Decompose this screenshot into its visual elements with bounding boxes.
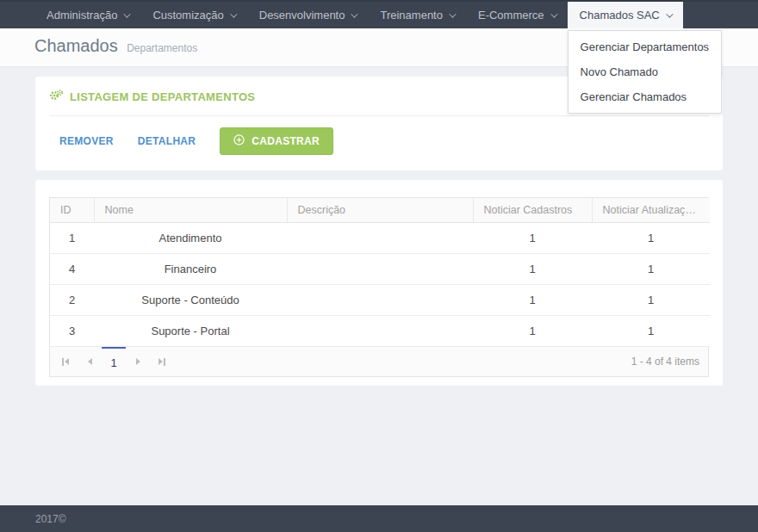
cell-noticiar-atualizacoes: 1 xyxy=(592,223,710,254)
chevron-down-icon xyxy=(230,10,237,17)
grid-card: ID Nome Descrição Noticiar Cadastros Not… xyxy=(35,180,723,386)
cell-noticiar-atualizacoes: 1 xyxy=(592,316,710,347)
pager-next-button[interactable] xyxy=(126,347,150,376)
cell-noticiar-cadastros: 1 xyxy=(473,316,592,347)
nav-item-treinamento[interactable]: Treinamento xyxy=(368,2,466,28)
column-header-noticiar-cadastros[interactable]: Noticiar Cadastros xyxy=(473,198,592,223)
chevron-down-icon xyxy=(124,10,131,17)
copyright-text: 2017© xyxy=(35,513,66,525)
table-row[interactable]: 1 Atendimento 1 1 xyxy=(50,223,710,254)
footer: 2017© xyxy=(0,505,758,532)
top-navbar: Administração Customização Desenvolvimen… xyxy=(0,0,758,28)
pager-previous-button[interactable] xyxy=(78,347,102,376)
cell-nome: Suporte - Portal xyxy=(94,316,287,347)
nav-item-label: Administração xyxy=(47,9,117,22)
cell-noticiar-atualizacoes: 1 xyxy=(592,254,710,285)
pager-first-button[interactable] xyxy=(53,347,78,376)
column-header-descricao[interactable]: Descrição xyxy=(287,198,473,223)
toolbar: REMOVER DETALHAR CADASTRAR xyxy=(49,116,709,164)
chamados-sac-dropdown: Gerenciar Departamentos Novo Chamado Ger… xyxy=(568,30,723,114)
pager-page-1[interactable]: 1 xyxy=(102,347,126,376)
table-row[interactable]: 4 Financeiro 1 1 xyxy=(50,254,710,285)
nav-item-label: Customização xyxy=(152,9,223,22)
cell-descricao xyxy=(287,254,473,285)
plus-circle-icon xyxy=(233,134,245,148)
cadastrar-button[interactable]: CADASTRAR xyxy=(220,127,333,155)
column-header-noticiar-atualizacoes[interactable]: Noticiar Atualizações xyxy=(592,198,710,223)
cell-descricao xyxy=(287,223,473,254)
table-row[interactable]: 2 Suporte - Conteúdo 1 1 xyxy=(50,285,710,316)
nav-item-desenvolvimento[interactable]: Desenvolvimento xyxy=(247,2,369,28)
menu-item-gerenciar-chamados[interactable]: Gerenciar Chamados xyxy=(568,84,722,109)
departments-grid: ID Nome Descrição Noticiar Cadastros Not… xyxy=(49,197,709,377)
menu-item-gerenciar-departamentos[interactable]: Gerenciar Departamentos xyxy=(568,34,722,59)
column-header-id[interactable]: ID xyxy=(50,198,94,223)
chevron-down-icon xyxy=(550,10,557,17)
cell-id: 2 xyxy=(50,285,94,316)
pager-info: 1 - 4 of 4 items xyxy=(631,356,699,368)
cell-nome: Suporte - Conteúdo xyxy=(94,285,287,316)
chevron-down-icon xyxy=(449,10,456,17)
arrow-left-icon xyxy=(88,358,92,365)
menu-item-novo-chamado[interactable]: Novo Chamado xyxy=(568,59,722,84)
cell-id: 4 xyxy=(50,254,94,285)
cell-noticiar-atualizacoes: 1 xyxy=(592,285,710,316)
table-header-row: ID Nome Descrição Noticiar Cadastros Not… xyxy=(50,198,710,223)
detalhar-button[interactable]: DETALHAR xyxy=(138,135,196,147)
panel-title: LISTAGEM DE DEPARTAMENTOS xyxy=(70,90,255,103)
arrow-right-icon xyxy=(136,358,140,365)
page-subtitle: Departamentos xyxy=(127,42,197,54)
cadastrar-button-label: CADASTRAR xyxy=(252,135,320,147)
pager-last-button[interactable] xyxy=(150,347,174,376)
cogs-icon xyxy=(49,89,64,105)
chevron-down-icon xyxy=(666,10,673,17)
cell-nome: Financeiro xyxy=(94,254,287,285)
cell-nome: Atendimento xyxy=(94,223,287,254)
cell-noticiar-cadastros: 1 xyxy=(473,285,592,316)
nav-item-administracao[interactable]: Administração xyxy=(34,2,140,28)
departments-table: ID Nome Descrição Noticiar Cadastros Not… xyxy=(50,198,710,347)
cell-noticiar-cadastros: 1 xyxy=(473,254,592,285)
cell-noticiar-cadastros: 1 xyxy=(473,223,592,254)
cell-descricao xyxy=(287,285,473,316)
nav-item-label: Treinamento xyxy=(380,9,443,22)
seek-first-icon xyxy=(62,358,64,366)
main-content: LISTAGEM DE DEPARTAMENTOS REMOVER DETALH… xyxy=(0,67,758,505)
cell-descricao xyxy=(287,316,473,347)
page-title: Chamados xyxy=(34,36,118,55)
column-header-nome[interactable]: Nome xyxy=(94,198,287,223)
cell-id: 1 xyxy=(50,223,94,254)
nav-item-ecommerce[interactable]: E-Commerce xyxy=(466,2,568,28)
nav-item-customizacao[interactable]: Customização xyxy=(140,2,246,28)
remover-button[interactable]: REMOVER xyxy=(59,135,114,147)
pager: 1 1 - 4 of 4 items xyxy=(50,347,708,376)
table-row[interactable]: 3 Suporte - Portal 1 1 xyxy=(50,316,710,347)
seek-last-icon xyxy=(158,358,163,365)
nav-item-label: Desenvolvimento xyxy=(259,9,345,22)
chevron-down-icon xyxy=(351,10,358,17)
nav-item-label: Chamados SAC xyxy=(580,9,660,22)
nav-item-chamados-sac[interactable]: Chamados SAC Gerenciar Departamentos Nov… xyxy=(568,2,683,28)
nav-item-label: E-Commerce xyxy=(478,9,544,22)
cell-id: 3 xyxy=(50,316,94,347)
